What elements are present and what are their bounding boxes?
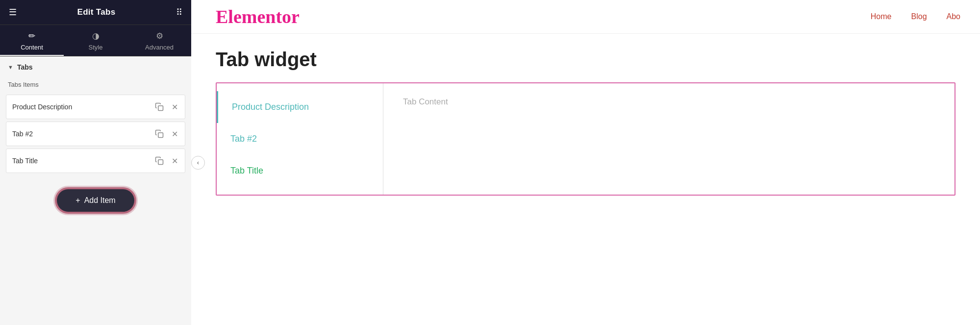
tab-content-text: Tab Content	[403, 97, 448, 107]
tab-item-row: Tab #2 ✕	[6, 122, 185, 146]
tab-style[interactable]: ◑ Style	[64, 25, 127, 56]
right-panel: Elementor Home Blog Abo Tab widget Produ…	[191, 0, 980, 325]
svg-rect-0	[158, 106, 163, 111]
panel-body: ▼ Tabs Tabs Items Product Description ✕ …	[0, 56, 191, 325]
advanced-tab-label: Advanced	[145, 44, 174, 51]
nav-link-home[interactable]: Home	[871, 12, 892, 21]
tab-item-row: Tab Title ✕	[6, 149, 185, 173]
delete-tab-3[interactable]: ✕	[169, 154, 181, 168]
top-nav: Elementor Home Blog Abo	[191, 0, 980, 34]
grid-icon[interactable]: ⠿	[176, 7, 182, 18]
section-arrow: ▼	[8, 64, 13, 70]
delete-tab-1[interactable]: ✕	[169, 100, 181, 114]
tab-widget-tabs: Product Description Tab #2 Tab Title	[217, 83, 383, 195]
main-content: Tab widget Product Description Tab #2 Ta…	[191, 34, 980, 325]
advanced-tab-icon: ⚙	[156, 31, 163, 41]
add-item-area: + Add Item	[0, 175, 191, 220]
style-tab-icon: ◑	[92, 31, 100, 41]
widget-tab-1[interactable]: Product Description	[217, 91, 383, 123]
widget-tab-3[interactable]: Tab Title	[217, 155, 383, 187]
collapse-button[interactable]: ‹	[191, 156, 205, 170]
svg-rect-1	[158, 133, 163, 138]
add-item-icon: +	[75, 196, 80, 205]
duplicate-tab-1[interactable]	[152, 100, 167, 113]
page-title: Tab widget	[216, 49, 955, 71]
left-panel: ☰ Edit Tabs ⠿ ✏ Content ◑ Style ⚙ Advanc…	[0, 0, 191, 325]
nav-brand: Elementor	[216, 6, 300, 27]
tab-item-actions-2: ✕	[152, 127, 181, 141]
panel-title: Edit Tabs	[77, 7, 116, 17]
content-tab-icon: ✏	[28, 31, 35, 41]
tab-item-label-1: Product Description	[12, 103, 152, 111]
add-item-button[interactable]: + Add Item	[57, 189, 134, 212]
tab-item-label-3: Tab Title	[12, 157, 152, 165]
nav-link-about[interactable]: Abo	[947, 12, 960, 21]
tab-widget: Product Description Tab #2 Tab Title Tab…	[216, 82, 955, 196]
tab-item-label-2: Tab #2	[12, 130, 152, 138]
tabs-items-label: Tabs Items	[0, 78, 191, 92]
panel-header: ☰ Edit Tabs ⠿	[0, 0, 191, 25]
hamburger-icon[interactable]: ☰	[9, 7, 17, 18]
nav-link-blog[interactable]: Blog	[911, 12, 927, 21]
widget-tab-2[interactable]: Tab #2	[217, 123, 383, 155]
tab-content[interactable]: ✏ Content	[0, 25, 64, 56]
style-tab-label: Style	[89, 44, 103, 51]
svg-rect-2	[158, 160, 163, 165]
tab-item-actions-3: ✕	[152, 154, 181, 168]
tab-widget-content: Tab Content	[383, 83, 955, 195]
collapse-icon: ‹	[197, 159, 199, 166]
tab-item-row: Product Description ✕	[6, 95, 185, 119]
tab-advanced[interactable]: ⚙ Advanced	[127, 25, 191, 56]
panel-tab-nav: ✏ Content ◑ Style ⚙ Advanced	[0, 25, 191, 56]
tab-item-actions-1: ✕	[152, 100, 181, 114]
tabs-section-header[interactable]: ▼ Tabs	[0, 56, 191, 78]
delete-tab-2[interactable]: ✕	[169, 127, 181, 141]
duplicate-tab-3[interactable]	[152, 154, 167, 167]
section-title: Tabs	[17, 63, 33, 71]
add-item-label: Add Item	[84, 196, 116, 205]
nav-links: Home Blog Abo	[871, 12, 960, 21]
right-wrapper: Elementor Home Blog Abo Tab widget Produ…	[191, 0, 980, 325]
duplicate-tab-2[interactable]	[152, 127, 167, 140]
content-tab-label: Content	[21, 44, 43, 51]
